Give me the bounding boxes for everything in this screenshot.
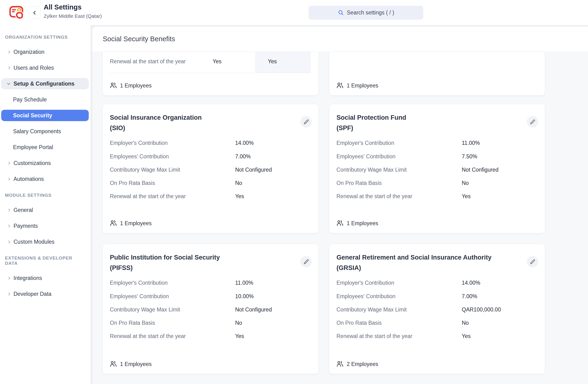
row-value: 10.00% [235, 293, 254, 300]
employees-count: 1 Employees [347, 82, 378, 89]
sidebar-item-social-security[interactable]: Social Security [1, 110, 89, 121]
row-value: QAR100,000.00 [462, 307, 501, 313]
benefit-row: Contributory Wage Max LimitNot Configure… [329, 167, 545, 174]
row-label: Contributory Wage Max Limit [110, 307, 180, 313]
edit-button[interactable] [527, 116, 538, 128]
sidebar-item-label: Users and Roles [14, 65, 54, 71]
row-value: Not Configured [235, 167, 272, 173]
row-value: Yes [462, 193, 471, 200]
row-value: Yes [462, 333, 471, 339]
edit-button[interactable] [300, 116, 312, 128]
row-value: No [462, 320, 469, 326]
benefit-name: Social Protection Fund [336, 114, 406, 121]
benefit-row: Renewal at the start of the yearYes [103, 193, 318, 200]
benefit-card-sio: Social Insurance Organization (SIO) Empl… [103, 104, 318, 233]
row-label: Employer's Contribution [336, 140, 394, 146]
sidebar-item-integrations[interactable]: Integrations [1, 272, 89, 284]
benefit-abbr: (SIO) [110, 123, 292, 133]
employees-icon [110, 361, 117, 368]
benefit-card-pifss: Public Institution for Social Security (… [103, 244, 318, 374]
search-settings-input[interactable]: Search settings ( / ) [309, 6, 423, 20]
chevron-right-icon [7, 240, 10, 243]
chevron-right-icon [7, 209, 10, 212]
benefit-name: General Retirement and Social Insurance … [336, 254, 491, 261]
employees-count: 1 Employees [120, 220, 152, 227]
row-value: 7.00% [235, 153, 251, 160]
sidebar-item-pay-schedule[interactable]: Pay Schedule [1, 94, 89, 105]
row-value: 7.00% [462, 293, 477, 300]
search-placeholder: Search settings ( / ) [347, 9, 394, 16]
chevron-right-icon [7, 225, 10, 228]
chevron-right-icon [7, 162, 10, 165]
row-value: No [235, 180, 242, 186]
chevron-left-icon [32, 10, 38, 16]
benefit-card-partial-right: 1 Employees [329, 52, 545, 95]
sidebar-section-module-settings: MODULE SETTINGS [5, 193, 86, 198]
row-value: Yes [213, 58, 222, 65]
sidebar-item-developer-data[interactable]: Developer Data [1, 288, 89, 300]
employees-count: 1 Employees [347, 220, 378, 227]
row-value: 11.00% [235, 280, 253, 286]
pencil-icon [303, 119, 309, 125]
benefit-row: Employer's Contribution14.00% [329, 280, 545, 287]
row-value: No [462, 180, 469, 186]
row-label: Renewal at the start of the year [110, 193, 186, 200]
employees-link[interactable]: 1 Employees [110, 361, 152, 368]
sidebar-item-payments[interactable]: Payments [1, 220, 89, 231]
benefit-abbr: (SPF) [336, 123, 519, 133]
employees-link[interactable]: 2 Employees [336, 361, 378, 368]
benefit-row: On Pro Rata BasisNo [103, 320, 318, 327]
social-security-content: Renewal at the start of the year Yes Yes… [92, 51, 588, 384]
row-value-highlighted: Yes [268, 58, 277, 65]
employees-icon [336, 82, 344, 89]
benefit-card-grsia: General Retirement and Social Insurance … [329, 244, 545, 374]
edit-button[interactable] [300, 256, 312, 267]
sidebar-item-customizations[interactable]: Customizations [1, 157, 89, 169]
payroll-app-logo[interactable] [9, 5, 25, 20]
pencil-icon [530, 119, 535, 125]
benefit-card-title: Social Insurance Organization (SIO) [110, 112, 292, 133]
employees-link[interactable]: 1 Employees [110, 220, 152, 227]
row-value: No [235, 320, 242, 326]
row-label: Employees' Contribution [336, 293, 396, 300]
row-label: Employer's Contribution [110, 140, 168, 146]
edit-button[interactable] [527, 256, 538, 267]
sidebar-item-users-and-roles[interactable]: Users and Roles [1, 62, 89, 74]
sidebar-item-general[interactable]: General [1, 204, 89, 216]
row-label: Renewal at the start of the year [336, 333, 412, 339]
sidebar-item-label: Automations [14, 176, 44, 182]
employees-link[interactable]: 1 Employees [336, 82, 378, 89]
pencil-icon [530, 259, 535, 265]
employees-link[interactable]: 1 Employees [336, 220, 378, 227]
pencil-icon [303, 259, 309, 265]
sidebar-item-label: Custom Modules [14, 239, 55, 245]
row-value: 14.00% [235, 140, 254, 146]
sidebar-item-employee-portal[interactable]: Employee Portal [1, 141, 89, 153]
sidebar-item-organization[interactable]: Organization [1, 46, 89, 58]
employees-link[interactable]: 1 Employees [110, 82, 152, 89]
benefit-name: Social Insurance Organization [110, 114, 202, 121]
sidebar-item-label: Developer Data [14, 291, 51, 297]
row-label: On Pro Rata Basis [336, 180, 381, 186]
row-label: Contributory Wage Max Limit [336, 307, 407, 313]
benefit-row: Contributory Wage Max LimitNot Configure… [103, 167, 318, 174]
sidebar-item-setup-and-configurations[interactable]: Setup & Configurations [1, 78, 89, 89]
benefit-row: Employees' Contribution10.00% [103, 293, 318, 300]
back-button[interactable] [29, 6, 41, 19]
chevron-right-icon [7, 66, 10, 69]
benefit-card-title: Social Protection Fund (SPF) [336, 112, 519, 133]
benefit-row: Employees' Contribution7.50% [329, 153, 545, 160]
row-label: Employees' Contribution [110, 293, 169, 300]
sidebar-item-label: Customizations [14, 160, 51, 166]
sidebar-item-salary-components[interactable]: Salary Components [1, 126, 89, 137]
page-header-title: All Settings [44, 3, 82, 11]
sidebar-section-organization-settings: ORGANIZATION SETTINGS [5, 35, 86, 40]
header-divider [24, 6, 24, 19]
sidebar-item-custom-modules[interactable]: Custom Modules [1, 236, 89, 248]
benefit-row: Contributory Wage Max LimitNot Configure… [103, 307, 318, 314]
benefit-row: Renewal at the start of the yearYes [329, 193, 545, 200]
sidebar-item-automations[interactable]: Automations [1, 173, 89, 185]
employees-icon [336, 220, 344, 227]
page-title-bar: Social Security Benefits [92, 27, 588, 51]
sidebar-item-label: Organization [14, 49, 44, 55]
